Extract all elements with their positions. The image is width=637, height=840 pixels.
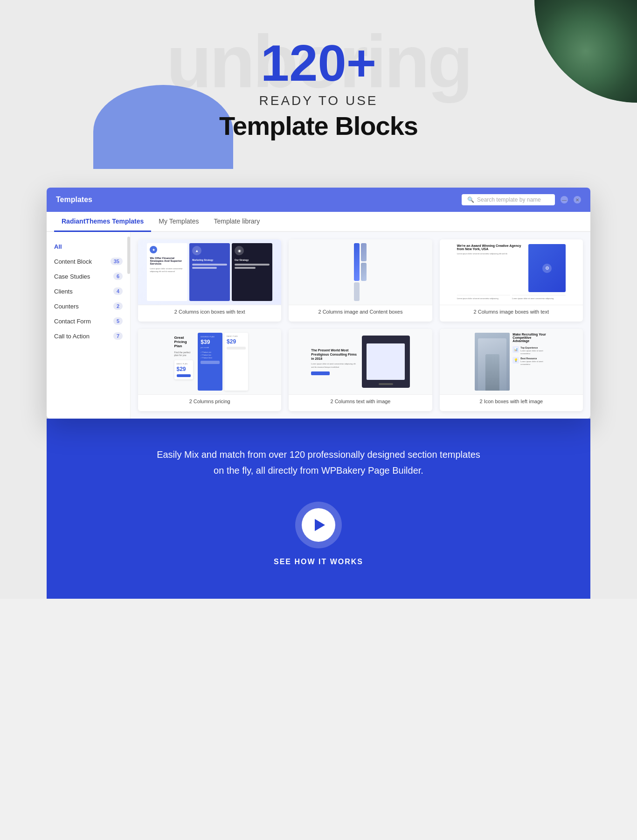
sidebar-item-clients[interactable]: Clients 4: [47, 284, 130, 299]
template-label-4: 2 Columns pricing: [138, 394, 281, 408]
search-bar[interactable]: 🔍 Search template by name: [462, 194, 555, 205]
window-wrapper: Templates 🔍 Search template by name — ✕ …: [0, 169, 637, 419]
template-preview-6: Make Recruiting Your Competitive Advanta…: [440, 329, 583, 394]
sidebar-item-cta[interactable]: Call to Action 7: [47, 329, 130, 343]
template-preview-2: [289, 239, 432, 305]
template-card-3[interactable]: We're an Award Winning Creative Agency f…: [440, 239, 583, 322]
window-titlebar: Templates 🔍 Search template by name — ✕: [47, 188, 590, 212]
sidebar-label-contact-form: Contact Form: [54, 318, 91, 325]
sidebar-badge-cta: 7: [113, 332, 123, 340]
hero-title: Template Blocks: [0, 111, 637, 141]
tab-mytemplates[interactable]: My Templates: [151, 212, 206, 232]
template-card-4[interactable]: Great Pricing Plan Find the perfect plan…: [138, 329, 281, 411]
bottom-section: Easily Mix and match from over 120 profe…: [47, 419, 590, 599]
search-icon: 🔍: [467, 196, 474, 203]
page-wrapper: unboring 120+ READY TO USE Template Bloc…: [0, 0, 637, 599]
sidebar-label-content-block: Content Block: [54, 258, 92, 265]
template-label-6: 2 Icon boxes with left image: [440, 394, 583, 408]
template-card-5[interactable]: The Present World Most Prestigious Consu…: [289, 329, 432, 411]
sidebar-item-case-studies[interactable]: Case Studies 6: [47, 269, 130, 284]
cta-label[interactable]: SEE HOW IT WORKS: [274, 558, 363, 566]
sidebar-badge-counters: 2: [113, 302, 123, 310]
tab-radiantthemes[interactable]: RadiantThemes Templates: [54, 212, 151, 232]
sidebar-item-counters[interactable]: Counters 2: [47, 299, 130, 314]
tab-library[interactable]: Template library: [206, 212, 267, 232]
play-button[interactable]: [295, 502, 342, 548]
description-text: Easily Mix and match from over 120 profe…: [155, 447, 482, 478]
template-label-1: 2 Columns icon boxes with text: [138, 305, 281, 318]
sidebar: All Content Block 35 Case Studies 6 Clie…: [47, 232, 131, 419]
window-tabs: RadiantThemes Templates My Templates Tem…: [47, 212, 590, 232]
template-card-2[interactable]: 2 Columns image and Content boxes: [289, 239, 432, 322]
template-label-2: 2 Columns image and Content boxes: [289, 305, 432, 318]
sidebar-label-all: All: [54, 243, 62, 250]
template-window: Templates 🔍 Search template by name — ✕ …: [47, 188, 590, 419]
sidebar-label-counters: Counters: [54, 303, 79, 310]
sidebar-badge-case-studies: 6: [113, 273, 123, 280]
hero-subtitle: READY TO USE: [0, 93, 637, 108]
template-preview-3: We're an Award Winning Creative Agency f…: [440, 239, 583, 305]
sidebar-badge-content-block: 35: [111, 258, 123, 265]
template-card-6[interactable]: Make Recruiting Your Competitive Advanta…: [440, 329, 583, 411]
sidebar-item-content-block[interactable]: Content Block 35: [47, 254, 130, 269]
play-button-wrapper: SEE HOW IT WORKS: [84, 502, 553, 566]
sidebar-label-clients: Clients: [54, 288, 73, 295]
hero-section: unboring 120+ READY TO USE Template Bloc…: [0, 0, 637, 169]
sidebar-badge-clients: 4: [113, 287, 123, 295]
sidebar-label-cta: Call to Action: [54, 333, 90, 340]
window-title: Templates: [56, 196, 92, 204]
template-label-3: 2 Columns image boxes with text: [440, 305, 583, 318]
window-body: All Content Block 35 Case Studies 6 Clie…: [47, 232, 590, 419]
template-label-5: 2 Columns text with image: [289, 394, 432, 408]
window-controls: 🔍 Search template by name — ✕: [462, 194, 581, 205]
play-icon: [315, 519, 325, 531]
sidebar-label-case-studies: Case Studies: [54, 273, 90, 280]
search-placeholder: Search template by name: [477, 196, 541, 203]
close-button[interactable]: ✕: [574, 196, 581, 203]
template-preview-5: The Present World Most Prestigious Consu…: [289, 329, 432, 394]
sidebar-scrollbar[interactable]: [127, 237, 130, 274]
hero-number: 120+: [0, 37, 637, 89]
play-button-inner: [302, 508, 335, 542]
sidebar-badge-contact-form: 5: [113, 317, 123, 325]
template-preview-1: ★ We Offer Financial Strategies And Supe…: [138, 239, 281, 305]
templates-grid: ★ We Offer Financial Strategies And Supe…: [131, 232, 590, 419]
template-card-1[interactable]: ★ We Offer Financial Strategies And Supe…: [138, 239, 281, 322]
minimize-button[interactable]: —: [561, 196, 568, 203]
sidebar-item-all[interactable]: All: [47, 239, 130, 254]
sidebar-item-contact-form[interactable]: Contact Form 5: [47, 314, 130, 329]
template-preview-4: Great Pricing Plan Find the perfect plan…: [138, 329, 281, 394]
